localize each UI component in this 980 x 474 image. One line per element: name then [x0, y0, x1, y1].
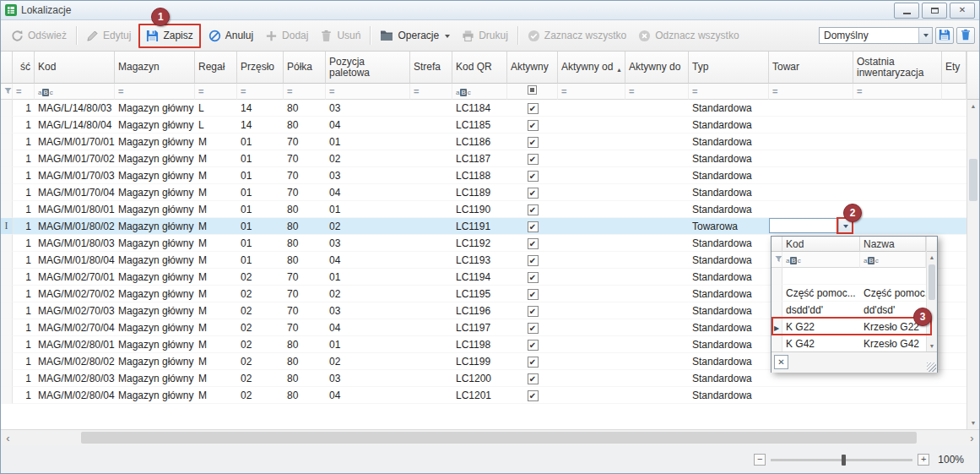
grid-cell-aktywnyod[interactable] — [558, 201, 625, 218]
grid-cell-typ[interactable]: Standardowa — [689, 201, 769, 218]
grid-cell-towar[interactable] — [769, 184, 853, 201]
grid-cell-aktywnyod[interactable] — [558, 252, 625, 269]
grid-cell-przeslo[interactable]: 02 — [237, 353, 284, 370]
grid-row[interactable]: 1MAG/M/02/80/03Magazyn głównyM028003LC12… — [1, 370, 966, 387]
grid-filter-typ[interactable]: = — [689, 84, 769, 100]
grid-cell-magazyn[interactable]: Magazyn główny — [115, 302, 195, 319]
grid-cell-kodqr[interactable]: LC1190 — [452, 201, 507, 218]
grid-cell-pozycja[interactable]: 02 — [326, 353, 410, 370]
grid-cell-aktywny[interactable]: ✔ — [507, 252, 558, 269]
grid-row[interactable]: I1MAG/M/01/80/02Magazyn głównyM018002LC1… — [1, 218, 966, 235]
grid-cell-aktywnydo[interactable] — [625, 269, 689, 286]
grid-cell-kodqr[interactable]: LC1189 — [452, 184, 507, 201]
grid-cell-ilosc[interactable]: 1 — [13, 150, 35, 167]
dropdown-filter-indicator[interactable] — [772, 252, 782, 268]
grid-cell-przeslo[interactable]: 02 — [237, 269, 284, 286]
grid-cell-aktywnyod[interactable] — [558, 167, 625, 184]
grid-cell-aktywny[interactable]: ✔ — [507, 218, 558, 235]
grid-cell-pozycja[interactable]: 02 — [326, 286, 410, 302]
grid-cell-kodqr[interactable]: LC1191 — [452, 218, 507, 235]
grid-cell-kod[interactable]: MAG/M/01/80/03 — [35, 235, 115, 252]
grid-cell-towar[interactable] — [769, 150, 853, 167]
grid-cell-towar[interactable] — [769, 100, 853, 117]
grid-cell-typ[interactable]: Standardowa — [689, 370, 769, 387]
vertical-scroll-thumb[interactable] — [969, 159, 977, 201]
grid-cell-ety[interactable] — [942, 167, 966, 184]
grid-cell-ety[interactable] — [942, 252, 966, 269]
grid-cell-ilosc[interactable]: 1 — [13, 387, 35, 404]
delete-layout-button[interactable] — [956, 27, 975, 44]
active-checkbox[interactable]: ✔ — [528, 255, 539, 266]
grid-cell-kod[interactable]: MAG/L/14/80/03 — [35, 100, 115, 117]
grid-cell-towar[interactable] — [769, 370, 853, 387]
grid-cell-polka[interactable]: 70 — [284, 319, 326, 336]
grid-cell-ostatnia[interactable] — [853, 117, 942, 133]
grid-cell-aktywnyod[interactable] — [558, 302, 625, 319]
grid-cell-polka[interactable]: 70 — [284, 184, 326, 201]
grid-cell-aktywnydo[interactable] — [625, 133, 689, 150]
maximize-button[interactable] — [922, 3, 947, 19]
grid-cell-kod[interactable]: MAG/M/02/70/03 — [35, 302, 115, 319]
active-checkbox[interactable]: ✔ — [528, 154, 539, 165]
grid-header-kod[interactable]: Kod — [35, 52, 115, 84]
grid-cell-magazyn[interactable]: Magazyn główny — [115, 100, 195, 117]
dropdown-scroll-track[interactable] — [927, 263, 937, 341]
grid-cell-strefa[interactable] — [410, 252, 452, 269]
grid-cell-ostatnia[interactable] — [853, 133, 942, 150]
grid-cell-aktywnydo[interactable] — [625, 167, 689, 184]
layout-combo-dropdown-button[interactable] — [918, 28, 932, 43]
grid-cell-strefa[interactable] — [410, 167, 452, 184]
grid-cell-pozycja[interactable]: 01 — [326, 133, 410, 150]
grid-cell-pozycja[interactable]: 03 — [326, 302, 410, 319]
grid-cell-ilosc[interactable]: 1 — [13, 353, 35, 370]
grid-header-towar[interactable]: Towar — [769, 52, 853, 84]
dropdown-row[interactable]: ▶K G22Krzesło G22 — [772, 319, 926, 335]
grid-cell-przeslo[interactable]: 01 — [237, 235, 284, 252]
dropdown-cell-nazwa[interactable] — [860, 268, 926, 285]
grid-cell-ety[interactable] — [942, 201, 966, 218]
grid-cell-ety[interactable] — [942, 218, 966, 235]
grid-cell-pozycja[interactable]: 04 — [326, 387, 410, 404]
grid-cell-aktywnydo[interactable] — [625, 336, 689, 353]
grid-cell-aktywny[interactable]: ✔ — [507, 167, 558, 184]
grid-cell-regal[interactable]: M — [195, 252, 237, 269]
grid-cell-przeslo[interactable]: 01 — [237, 218, 284, 235]
grid-cell-przeslo[interactable]: 01 — [237, 167, 284, 184]
grid-cell-ostatnia[interactable] — [853, 150, 942, 167]
dropdown-cell-kod[interactable]: K G42 — [782, 335, 860, 351]
grid-header-typ[interactable]: Typ — [689, 52, 769, 84]
grid-cell-strefa[interactable] — [410, 150, 452, 167]
grid-row[interactable]: 1MAG/M/01/70/02Magazyn głównyM017002LC11… — [1, 150, 966, 167]
dropdown-header-kod[interactable]: Kod — [782, 237, 860, 252]
grid-cell-towar[interactable] — [769, 387, 853, 404]
grid-cell-strefa[interactable] — [410, 286, 452, 302]
save-layout-button[interactable] — [935, 27, 954, 44]
grid-cell-aktywnyod[interactable] — [558, 117, 625, 133]
grid-filter-kodqr[interactable]: aBc — [452, 84, 507, 100]
grid-header-aktywny[interactable]: Aktywny — [507, 52, 558, 84]
grid-cell-typ[interactable]: Standardowa — [689, 117, 769, 133]
grid-cell-aktywnydo[interactable] — [625, 286, 689, 302]
grid-cell-aktywnydo[interactable] — [625, 302, 689, 319]
dropdown-cell-nazwa[interactable]: Część pomoc... — [860, 285, 926, 302]
grid-cell-kod[interactable]: MAG/M/01/70/04 — [35, 184, 115, 201]
vertical-scrollbar[interactable]: ▲ ▼ — [966, 52, 979, 429]
scroll-down-button[interactable]: ▼ — [967, 417, 979, 429]
active-checkbox[interactable]: ✔ — [528, 238, 539, 249]
dropdown-row[interactable] — [772, 268, 926, 285]
grid-cell-ety[interactable] — [942, 133, 966, 150]
grid-cell-aktywnyod[interactable] — [558, 184, 625, 201]
grid-cell-przeslo[interactable]: 14 — [237, 117, 284, 133]
grid-cell-magazyn[interactable]: Magazyn główny — [115, 201, 195, 218]
grid-header-polka[interactable]: Półka — [284, 52, 326, 84]
grid-cell-magazyn[interactable]: Magazyn główny — [115, 184, 195, 201]
grid-cell-aktywny[interactable]: ✔ — [507, 235, 558, 252]
grid-cell-polka[interactable]: 80 — [284, 235, 326, 252]
grid-cell-regal[interactable]: M — [195, 370, 237, 387]
grid-cell-kod[interactable]: MAG/M/02/80/03 — [35, 370, 115, 387]
grid-cell-polka[interactable]: 80 — [284, 370, 326, 387]
grid-cell-typ[interactable]: Towarowa — [689, 218, 769, 235]
grid-cell-ety[interactable] — [942, 286, 966, 302]
grid-cell-polka[interactable]: 80 — [284, 117, 326, 133]
dropdown-filter-nazwa[interactable]: aBc — [860, 252, 926, 268]
